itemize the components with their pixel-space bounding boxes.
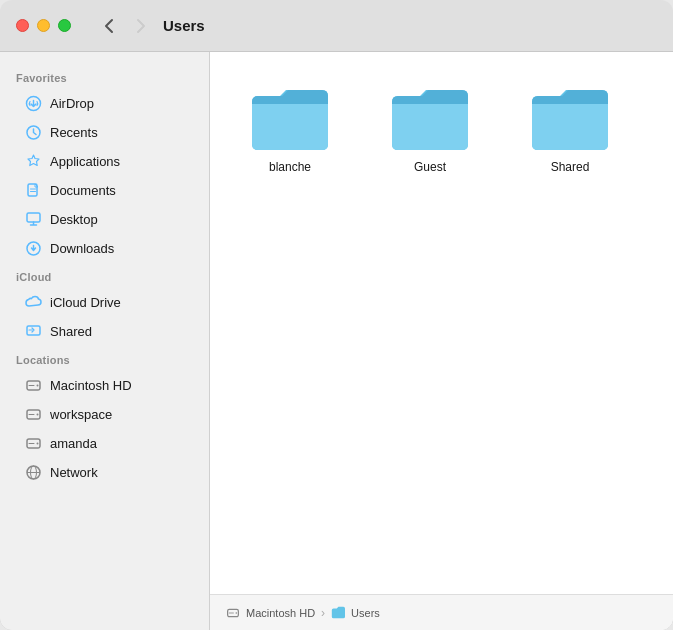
network-icon — [24, 463, 42, 481]
sidebar-label-shared-icloud: Shared — [50, 324, 92, 339]
sidebar-label-workspace: workspace — [50, 407, 112, 422]
main-panel: blanche Guest — [210, 52, 673, 630]
airdrop-icon — [24, 94, 42, 112]
applications-icon — [24, 152, 42, 170]
sidebar-label-network: Network — [50, 465, 98, 480]
sidebar-label-desktop: Desktop — [50, 212, 98, 227]
forward-button[interactable] — [127, 12, 155, 40]
sidebar-item-shared-icloud[interactable]: Shared — [8, 317, 201, 345]
folder-item-blanche[interactable]: blanche — [240, 82, 340, 174]
sidebar-item-downloads[interactable]: Downloads — [8, 234, 201, 262]
sidebar-label-icloud-drive: iCloud Drive — [50, 295, 121, 310]
sidebar-label-applications: Applications — [50, 154, 120, 169]
sidebar-label-macintosh-hd: Macintosh HD — [50, 378, 132, 393]
traffic-lights — [16, 19, 71, 32]
folder-label-blanche: blanche — [269, 160, 311, 174]
sidebar-label-documents: Documents — [50, 183, 116, 198]
window-title: Users — [163, 17, 205, 34]
sidebar-item-applications[interactable]: Applications — [8, 147, 201, 175]
sidebar-section-locations: Locations — [0, 346, 209, 370]
sidebar-item-icloud-drive[interactable]: iCloud Drive — [8, 288, 201, 316]
sidebar-item-recents[interactable]: Recents — [8, 118, 201, 146]
folder-item-shared[interactable]: Shared — [520, 82, 620, 174]
folder-item-guest[interactable]: Guest — [380, 82, 480, 174]
sidebar-item-macintosh-hd[interactable]: Macintosh HD — [8, 371, 201, 399]
finder-window: Users Favorites AirDrop Recents — [0, 0, 673, 630]
svg-point-11 — [36, 442, 38, 444]
statusbar-separator: › — [321, 606, 325, 620]
folder-icon-guest — [390, 82, 470, 152]
sidebar-section-icloud: iCloud — [0, 263, 209, 287]
statusbar-folder-icon — [331, 606, 345, 620]
sidebar-scroll: Favorites AirDrop Recents — [0, 52, 210, 499]
sidebar-item-workspace[interactable]: workspace — [8, 400, 201, 428]
folder-icon-blanche — [250, 82, 330, 152]
sidebar-item-airdrop[interactable]: AirDrop — [8, 89, 201, 117]
files-area: blanche Guest — [210, 52, 673, 594]
statusbar-folder: Users — [351, 607, 380, 619]
sidebar-section-favorites: Favorites — [0, 64, 209, 88]
sidebar-item-desktop[interactable]: Desktop — [8, 205, 201, 233]
folder-icon-shared — [530, 82, 610, 152]
maximize-button[interactable] — [58, 19, 71, 32]
back-button[interactable] — [95, 12, 123, 40]
svg-point-15 — [235, 612, 237, 614]
sidebar-label-recents: Recents — [50, 125, 98, 140]
close-button[interactable] — [16, 19, 29, 32]
statusbar: Macintosh HD › Users — [210, 594, 673, 630]
documents-icon — [24, 181, 42, 199]
statusbar-drive: Macintosh HD — [246, 607, 315, 619]
sidebar-item-network[interactable]: Network — [8, 458, 201, 486]
folder-label-guest: Guest — [414, 160, 446, 174]
titlebar: Users — [0, 0, 673, 52]
svg-point-7 — [36, 384, 38, 386]
disk-icon-macintosh — [24, 376, 42, 394]
disk-icon-workspace — [24, 405, 42, 423]
sidebar-item-amanda[interactable]: amanda — [8, 429, 201, 457]
svg-rect-2 — [28, 184, 37, 196]
sidebar-item-documents[interactable]: Documents — [8, 176, 201, 204]
recents-icon — [24, 123, 42, 141]
disk-icon-amanda — [24, 434, 42, 452]
icloud-icon — [24, 293, 42, 311]
svg-point-9 — [36, 413, 38, 415]
sidebar-label-amanda: amanda — [50, 436, 97, 451]
folder-label-shared: Shared — [551, 160, 590, 174]
minimize-button[interactable] — [37, 19, 50, 32]
sidebar: Favorites AirDrop Recents — [0, 52, 210, 630]
desktop-icon — [24, 210, 42, 228]
sidebar-label-downloads: Downloads — [50, 241, 114, 256]
downloads-icon — [24, 239, 42, 257]
content-area: Favorites AirDrop Recents — [0, 52, 673, 630]
titlebar-nav — [95, 12, 155, 40]
shared-icon — [24, 322, 42, 340]
svg-rect-3 — [27, 213, 40, 222]
statusbar-disk-icon — [226, 606, 240, 620]
sidebar-label-airdrop: AirDrop — [50, 96, 94, 111]
